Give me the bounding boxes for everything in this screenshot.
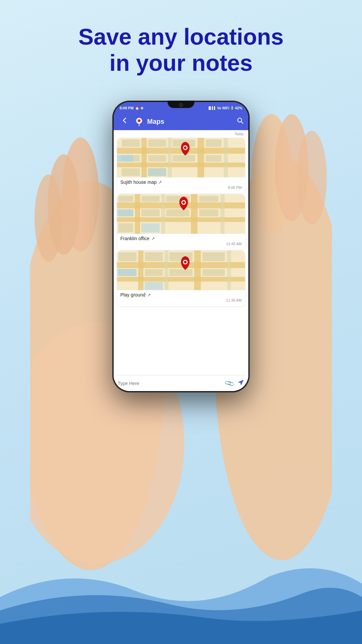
svg-point-12 <box>238 118 242 122</box>
svg-rect-24 <box>206 140 222 147</box>
svg-point-1 <box>251 114 292 235</box>
svg-rect-31 <box>117 155 133 162</box>
status-left: 8:08 PM ⏰ ⚙ <box>120 106 143 110</box>
svg-point-73 <box>184 261 187 263</box>
svg-line-13 <box>241 122 243 123</box>
app-icon <box>134 116 144 127</box>
svg-point-34 <box>184 147 187 149</box>
svg-rect-17 <box>141 138 147 177</box>
svg-rect-28 <box>206 155 222 162</box>
svg-rect-38 <box>135 194 140 234</box>
app-top-bar: Maps <box>114 113 248 130</box>
signal-icon: ▐▌▌▌ <box>207 106 216 110</box>
battery-icon: 🔋 <box>230 106 234 110</box>
svg-rect-29 <box>122 168 140 176</box>
wifi2-icon: WiFi <box>222 106 229 110</box>
external-link-icon-1[interactable]: ↗ <box>158 180 162 185</box>
svg-rect-56 <box>117 262 245 268</box>
svg-rect-41 <box>221 194 225 234</box>
svg-rect-47 <box>141 209 160 216</box>
battery-percent: 42% <box>235 106 242 110</box>
svg-rect-67 <box>145 269 163 276</box>
location-name-1: Sujith house map ↗ <box>117 177 245 185</box>
header-section: Save any locations in your notes <box>0 0 362 83</box>
svg-rect-70 <box>117 269 136 276</box>
svg-rect-52 <box>141 223 160 233</box>
status-right: ▐▌▌▌ Vo WiFi 🔋 42% <box>207 106 242 110</box>
svg-rect-59 <box>165 251 169 290</box>
location-name-2: Franklin office ↗ <box>117 234 245 242</box>
location-card-1[interactable]: Sujith house map ↗ 8:06 PM <box>117 138 245 194</box>
svg-point-5 <box>62 138 99 252</box>
svg-rect-27 <box>173 155 195 162</box>
external-link-icon-3[interactable]: ↗ <box>147 292 151 298</box>
svg-point-11 <box>138 119 140 122</box>
svg-rect-18 <box>168 138 172 177</box>
wave-decoration <box>0 537 362 644</box>
svg-rect-61 <box>227 251 231 290</box>
send-button[interactable] <box>237 379 244 388</box>
map-thumbnail-2 <box>117 194 245 234</box>
map-thumbnail-3 <box>117 251 245 290</box>
svg-rect-58 <box>138 251 143 290</box>
svg-rect-39 <box>161 194 165 234</box>
svg-rect-62 <box>118 252 136 261</box>
headline: Save any locations in your notes <box>0 0 362 83</box>
location-time-3: 11:36 AM <box>117 298 245 304</box>
svg-rect-26 <box>148 155 166 162</box>
external-link-icon-2[interactable]: ↗ <box>151 236 155 241</box>
location-time-2: 12:45 AM <box>117 242 245 248</box>
chat-area: Today <box>114 130 248 375</box>
input-bar: 📎 <box>114 375 248 391</box>
top-bar-title: Maps <box>147 118 236 125</box>
phone-notch <box>168 101 194 108</box>
svg-point-54 <box>182 201 185 204</box>
map-thumbnail-1 <box>117 138 245 177</box>
svg-rect-49 <box>199 209 218 216</box>
headline-line1: Save any locations <box>0 23 362 50</box>
location-card-2[interactable]: Franklin office ↗ 12:45 AM <box>117 194 245 250</box>
svg-rect-57 <box>117 277 245 282</box>
svg-rect-50 <box>118 223 133 233</box>
svg-point-2 <box>275 114 308 221</box>
svg-rect-32 <box>148 168 166 176</box>
svg-rect-45 <box>199 196 218 202</box>
location-time-1: 8:06 PM <box>117 185 245 192</box>
svg-point-7 <box>35 174 63 262</box>
phone-camera <box>179 103 183 107</box>
svg-rect-65 <box>202 252 225 261</box>
status-time: 8:08 PM <box>120 106 134 110</box>
search-button[interactable] <box>236 117 244 126</box>
message-input[interactable] <box>118 381 222 386</box>
svg-rect-69 <box>202 269 225 276</box>
scene: 8:08 PM ⏰ ⚙ ▐▌▌▌ Vo WiFi 🔋 42% <box>30 74 332 610</box>
svg-rect-42 <box>118 196 133 202</box>
settings-icon: ⚙ <box>140 106 143 110</box>
svg-rect-68 <box>170 269 193 276</box>
svg-rect-71 <box>145 282 163 290</box>
svg-rect-43 <box>141 196 160 202</box>
phone-screen: 8:08 PM ⏰ ⚙ ▐▌▌▌ Vo WiFi 🔋 42% <box>114 102 248 391</box>
location-card-3[interactable]: Play ground ↗ 11:36 AM <box>117 251 245 306</box>
wifi-icon: Vo <box>217 106 221 110</box>
svg-rect-20 <box>224 138 228 177</box>
svg-rect-51 <box>117 209 133 216</box>
location-name-3: Play ground ↗ <box>117 290 245 298</box>
svg-rect-22 <box>148 140 166 147</box>
svg-rect-48 <box>166 209 189 216</box>
alarm-icon: ⏰ <box>135 106 139 110</box>
svg-point-6 <box>48 154 80 255</box>
svg-rect-60 <box>194 251 201 290</box>
back-button[interactable] <box>118 115 131 127</box>
phone-frame: 8:08 PM ⏰ ⚙ ▐▌▌▌ Vo WiFi 🔋 42% <box>112 101 250 392</box>
svg-point-3 <box>297 131 327 225</box>
svg-rect-63 <box>145 252 163 261</box>
svg-rect-40 <box>191 194 198 234</box>
attachment-icon[interactable]: 📎 <box>224 378 235 389</box>
headline-line2: in your notes <box>0 50 362 76</box>
date-label: Today <box>117 132 245 136</box>
svg-rect-19 <box>197 138 204 177</box>
svg-rect-21 <box>122 140 140 147</box>
